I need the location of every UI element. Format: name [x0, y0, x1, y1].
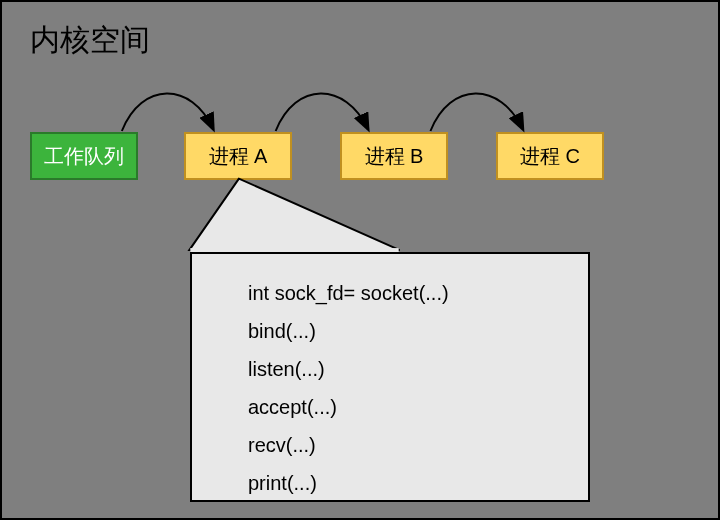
- diagram-canvas: 内核空间 工作队列 进程 A 进程 B 进程 C int sock_fd= so…: [0, 0, 720, 520]
- code-line: accept(...): [248, 388, 568, 426]
- code-line: print(...): [248, 464, 568, 502]
- code-callout: int sock_fd= socket(...) bind(...) liste…: [190, 252, 590, 502]
- code-line: listen(...): [248, 350, 568, 388]
- diagram-title: 内核空间: [30, 20, 150, 61]
- arc-a-to-b: [276, 94, 368, 131]
- process-c-label: 进程 C: [520, 143, 580, 170]
- process-a-box: 进程 A: [184, 132, 292, 180]
- process-c-box: 进程 C: [496, 132, 604, 180]
- work-queue-label: 工作队列: [44, 143, 124, 170]
- callout-pointer: [189, 179, 399, 250]
- process-b-box: 进程 B: [340, 132, 448, 180]
- code-line: bind(...): [248, 312, 568, 350]
- arc-b-to-c: [430, 94, 522, 131]
- code-line: recv(...): [248, 426, 568, 464]
- code-line: int sock_fd= socket(...): [248, 274, 568, 312]
- arc-queue-to-a: [122, 94, 213, 131]
- process-b-label: 进程 B: [365, 143, 424, 170]
- work-queue-box: 工作队列: [30, 132, 138, 180]
- process-a-label: 进程 A: [209, 143, 268, 170]
